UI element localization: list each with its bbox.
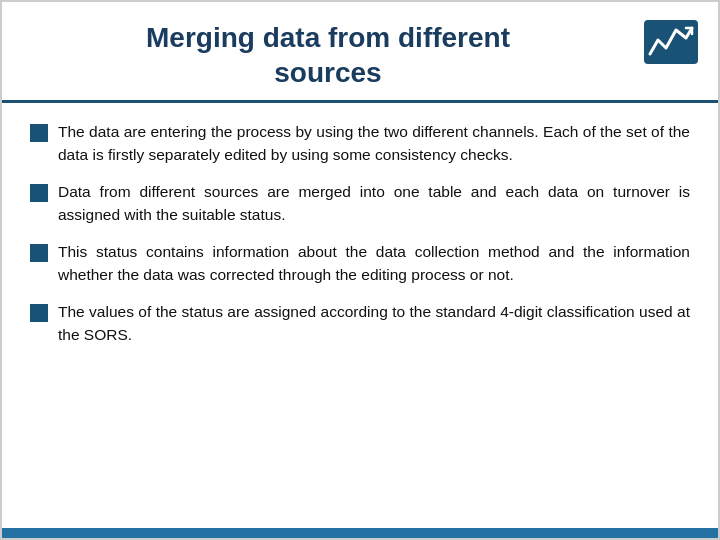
title-line1: Merging data from different <box>146 22 510 53</box>
title-block: Merging data from different sources <box>22 20 634 90</box>
bullet-item-1: The data are entering the process by usi… <box>30 121 690 167</box>
slide: Merging data from different sources The … <box>0 0 720 540</box>
bullet-text-3: This status contains information about t… <box>58 241 690 287</box>
bullet-text-1: The data are entering the process by usi… <box>58 121 690 167</box>
title-line2: sources <box>274 57 381 88</box>
bullet-marker-1 <box>30 124 48 142</box>
bullet-text-4: The values of the status are assigned ac… <box>58 301 690 347</box>
bullet-item-2: Data from different sources are merged i… <box>30 181 690 227</box>
bullet-marker-3 <box>30 244 48 262</box>
slide-content: The data are entering the process by usi… <box>2 103 718 528</box>
bullet-marker-4 <box>30 304 48 322</box>
footer-stripe <box>2 528 718 538</box>
bullet-item-4: The values of the status are assigned ac… <box>30 301 690 347</box>
bullet-item-3: This status contains information about t… <box>30 241 690 287</box>
slide-title: Merging data from different sources <box>22 20 634 90</box>
bullet-text-2: Data from different sources are merged i… <box>58 181 690 227</box>
slide-header: Merging data from different sources <box>2 2 718 103</box>
bullet-marker-2 <box>30 184 48 202</box>
logo-icon <box>644 20 698 64</box>
